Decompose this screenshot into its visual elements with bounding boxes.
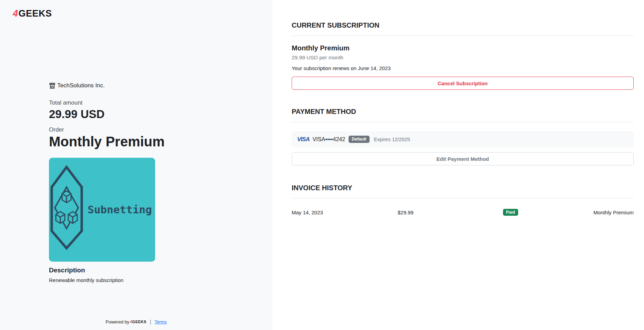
product-image: Subnetting [49,158,155,262]
order-name: Monthly Premium [49,134,249,149]
card-number: VISA••••4242 [313,136,345,143]
company-row: TechSolutions Inc. [49,82,249,89]
divider [292,198,634,198]
divider [292,122,634,122]
hexagon-outline [52,167,82,248]
edit-payment-method-button[interactable]: Edit Payment Method [292,152,634,165]
company-name: TechSolutions Inc. [57,82,105,89]
default-badge: Default [349,136,369,143]
brand-logo-accent: 4 [13,8,18,19]
terms-link[interactable]: Terms [154,319,167,324]
left-footer: Powered by 4GEEKS | Terms [0,319,272,324]
plan-price: 29.99 USD per month [292,55,634,61]
footer-divider: | [150,319,151,324]
billing-panel: CURRENT SUBSCRIPTION Monthly Premium 29.… [272,0,644,330]
plan-renewal-text: Your subscription renews on June 14, 202… [292,65,634,71]
invoice-row: May 14, 2023 $29.99 Paid Monthly Premium [292,205,634,219]
payment-method-heading: PAYMENT METHOD [292,108,634,116]
invoice-product: Monthly Premium [548,210,634,215]
current-subscription-heading: CURRENT SUBSCRIPTION [292,21,634,29]
order-label: Order [49,126,249,133]
invoice-date: May 14, 2023 [292,210,398,215]
brand-logo: 4GEEKS [13,8,52,19]
paid-badge: Paid [503,209,518,216]
footer-brand-logo: 4GEEKS [130,320,147,324]
card-expiry: Expires 12/2025 [374,137,410,142]
order-summary-panel: 4GEEKS TechSolutions Inc. Total amount 2… [0,0,272,330]
powered-by-label: Powered by [105,319,129,324]
invoice-amount: $29.99 [398,210,473,215]
visa-logo: VISA [297,136,310,143]
network-cubes [56,191,77,223]
invoice-history-heading: INVOICE HISTORY [292,184,634,192]
storefront-icon [49,82,56,89]
brand-logo-text: GEEKS [19,8,52,19]
product-image-title: Subnetting [88,203,152,216]
divider [292,36,634,36]
payment-method-row: VISA VISA••••4242 Default Expires 12/202… [292,131,634,147]
total-amount-value: 29.99 USD [49,108,249,121]
cancel-subscription-button[interactable]: Cancel Subscription [292,77,634,90]
description-text: Renewable monthly subscription [49,277,249,283]
description-label: Description [49,266,249,274]
page: 4GEEKS TechSolutions Inc. Total amount 2… [0,0,644,330]
total-amount-label: Total amount [49,99,249,106]
plan-name: Monthly Premium [292,44,634,52]
